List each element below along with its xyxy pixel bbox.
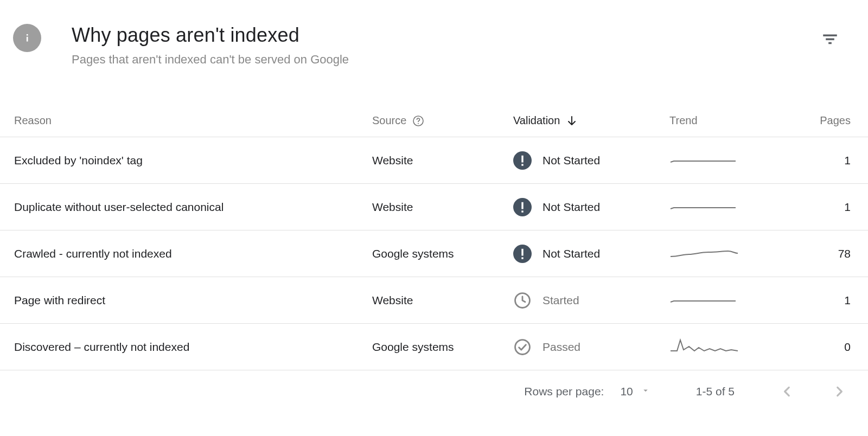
col-validation[interactable]: Validation xyxy=(513,114,669,127)
cell-trend xyxy=(669,242,789,265)
rows-per-page-label: Rows per page: xyxy=(524,385,604,398)
svg-rect-8 xyxy=(521,164,523,165)
cell-pages: 0 xyxy=(789,341,851,354)
validation-label: Started xyxy=(542,294,579,307)
cell-reason: Excluded by 'noindex' tag xyxy=(14,154,372,167)
svg-rect-2 xyxy=(823,35,837,37)
cell-pages: 1 xyxy=(789,154,851,167)
validation-label: Not Started xyxy=(542,201,600,214)
filter-button[interactable] xyxy=(819,28,841,50)
trend-sparkline xyxy=(669,242,740,262)
cell-reason: Duplicate without user-selected canonica… xyxy=(14,201,372,214)
table-row[interactable]: Discovered – currently not indexedGoogle… xyxy=(0,324,868,370)
table-row[interactable]: Page with redirectWebsiteStarted1 xyxy=(0,277,868,324)
col-reason[interactable]: Reason xyxy=(14,114,372,127)
check-icon xyxy=(513,338,532,356)
trend-sparkline xyxy=(669,336,740,355)
svg-rect-12 xyxy=(521,257,523,259)
table-row[interactable]: Duplicate without user-selected canonica… xyxy=(0,184,868,230)
chevron-right-icon xyxy=(832,384,846,399)
help-icon[interactable] xyxy=(412,114,425,127)
table-header-row: Reason Source Validation Trend Pages xyxy=(0,105,868,137)
filter-icon xyxy=(821,30,839,48)
validation-label: Not Started xyxy=(542,154,600,167)
svg-rect-10 xyxy=(521,210,523,212)
table-row[interactable]: Excluded by 'noindex' tagWebsiteNot Star… xyxy=(0,137,868,184)
cell-reason: Crawled - currently not indexed xyxy=(14,247,372,260)
svg-rect-11 xyxy=(521,249,523,256)
col-pages[interactable]: Pages xyxy=(789,114,851,127)
svg-rect-9 xyxy=(521,202,523,209)
svg-rect-0 xyxy=(27,37,28,42)
validation-label: Not Started xyxy=(542,247,600,260)
chevron-left-icon xyxy=(780,384,794,399)
trend-sparkline xyxy=(669,149,740,169)
info-icon xyxy=(13,24,41,52)
exclamation-icon xyxy=(513,151,532,170)
dropdown-icon xyxy=(641,385,650,398)
cell-source: Website xyxy=(372,154,513,167)
title-block: Why pages aren't indexed Pages that aren… xyxy=(72,24,819,67)
exclamation-icon xyxy=(513,245,532,263)
trend-sparkline xyxy=(669,196,740,215)
cell-trend xyxy=(669,336,789,358)
validation-label: Passed xyxy=(542,341,580,354)
col-trend: Trend xyxy=(669,114,789,127)
panel-header: Why pages aren't indexed Pages that aren… xyxy=(0,0,868,67)
page-subtitle: Pages that aren't indexed can't be serve… xyxy=(72,53,819,67)
col-source[interactable]: Source xyxy=(372,114,513,127)
cell-validation: Not Started xyxy=(513,198,669,216)
cell-trend xyxy=(669,196,789,218)
rows-per-page-select[interactable]: 10 xyxy=(620,385,650,398)
cell-pages: 1 xyxy=(789,201,851,214)
table-row[interactable]: Crawled - currently not indexedGoogle sy… xyxy=(0,230,868,277)
col-source-label: Source xyxy=(372,114,406,127)
col-validation-label: Validation xyxy=(513,114,560,127)
cell-source: Google systems xyxy=(372,247,513,260)
cell-validation: Started xyxy=(513,291,669,310)
cell-source: Google systems xyxy=(372,341,513,354)
exclamation-icon xyxy=(513,198,532,216)
cell-trend xyxy=(669,289,789,311)
arrow-down-icon xyxy=(565,114,578,127)
clock-icon xyxy=(513,291,532,310)
svg-point-6 xyxy=(418,123,419,124)
cell-reason: Discovered – currently not indexed xyxy=(14,341,372,354)
svg-rect-3 xyxy=(826,39,834,41)
rows-per-page-group: Rows per page: 10 xyxy=(524,385,650,398)
svg-point-14 xyxy=(515,339,530,354)
cell-validation: Passed xyxy=(513,338,669,356)
trend-sparkline xyxy=(669,289,740,309)
table-body: Excluded by 'noindex' tagWebsiteNot Star… xyxy=(0,137,868,370)
page-range: 1-5 of 5 xyxy=(696,385,735,398)
page-title: Why pages aren't indexed xyxy=(72,24,819,46)
rows-per-page-value: 10 xyxy=(620,385,633,398)
cell-pages: 1 xyxy=(789,294,851,307)
cell-pages: 78 xyxy=(789,247,851,260)
cell-source: Website xyxy=(372,201,513,214)
svg-rect-7 xyxy=(521,156,523,163)
cell-reason: Page with redirect xyxy=(14,294,372,307)
cell-trend xyxy=(669,149,789,171)
cell-source: Website xyxy=(372,294,513,307)
cell-validation: Not Started xyxy=(513,151,669,170)
table-footer: Rows per page: 10 1-5 of 5 xyxy=(0,370,868,399)
svg-rect-1 xyxy=(27,34,28,36)
prev-page-button[interactable] xyxy=(780,384,794,399)
cell-validation: Not Started xyxy=(513,245,669,263)
issues-table: Reason Source Validation Trend Pages Exc… xyxy=(0,105,868,370)
svg-rect-4 xyxy=(828,42,832,44)
pager xyxy=(780,384,846,399)
next-page-button[interactable] xyxy=(832,384,846,399)
